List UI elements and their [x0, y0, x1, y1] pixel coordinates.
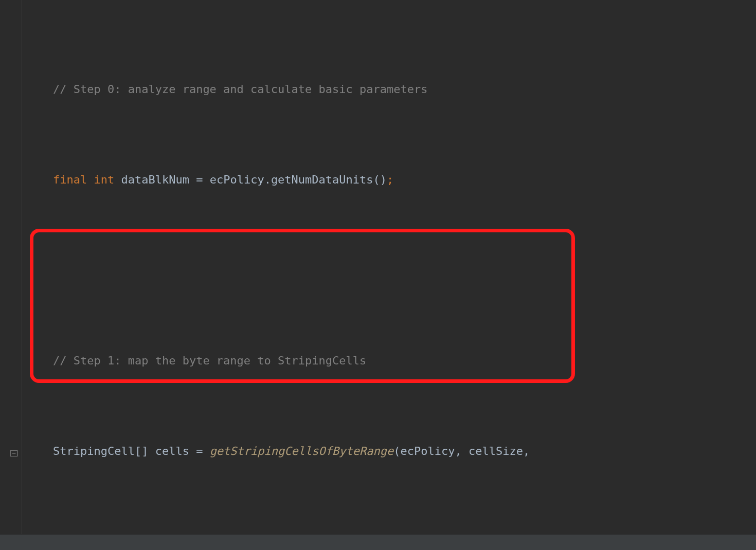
code-line[interactable]: StripingCell[] cells = getStripingCellsO…	[26, 440, 756, 463]
code-editor[interactable]: // Step 0: analyze range and calculate b…	[0, 0, 756, 550]
keyword-int: int	[94, 173, 114, 186]
code-line[interactable]	[26, 259, 756, 282]
code-line[interactable]: // Step 1: map the byte range to Stripin…	[26, 350, 756, 372]
fold-method-icon[interactable]	[9, 449, 19, 458]
code-area[interactable]: // Step 0: analyze range and calculate b…	[26, 10, 756, 550]
identifier: dataBlkNum	[121, 173, 189, 186]
comment: // Step 1: map the byte range to Stripin…	[53, 354, 366, 367]
comment: // Step 0: analyze range and calculate b…	[53, 83, 427, 96]
declaration: StripingCell[] cells =	[53, 445, 210, 457]
editor-gutter	[0, 0, 22, 550]
static-call: getStripingCellsOfByteRange	[210, 445, 394, 457]
keyword-final: final	[53, 173, 87, 186]
status-bar	[0, 534, 756, 550]
expression: ecPolicy.getNumDataUnits()	[210, 173, 387, 186]
code-line[interactable]: final int dataBlkNum = ecPolicy.getNumDa…	[26, 169, 756, 191]
code-line[interactable]: // Step 0: analyze range and calculate b…	[26, 78, 756, 101]
